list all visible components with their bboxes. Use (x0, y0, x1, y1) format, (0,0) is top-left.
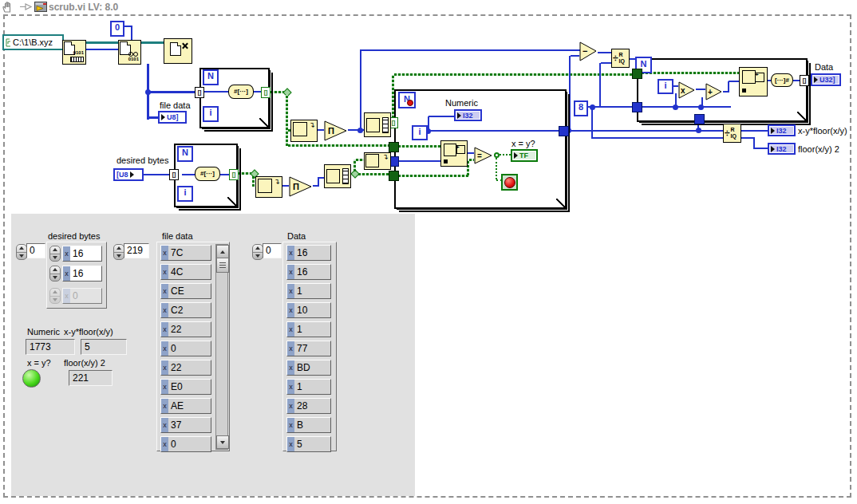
x-eq-y-label: x = y? (511, 139, 535, 148)
floor2-terminal[interactable]: I32 (768, 143, 796, 155)
tunnel-filled[interactable] (389, 171, 399, 181)
loop-iteration-terminal[interactable]: i (177, 186, 193, 202)
loop-count-terminal[interactable]: N (177, 146, 193, 162)
numeric-element[interactable]: x 16 (62, 266, 102, 282)
desired-bytes-index-stepper[interactable] (16, 244, 27, 260)
pi-conversion-node[interactable]: Π (289, 176, 313, 197)
file-path-constant[interactable]: C:\1\B.xyz (2, 34, 64, 50)
tunnel[interactable]: [] (800, 75, 809, 86)
eight-constant[interactable]: 8 (574, 100, 588, 116)
numeric-element: x22 (160, 360, 211, 376)
radix-chip[interactable]: x (161, 360, 168, 375)
array-reshape-node[interactable]: ↴ (290, 120, 318, 142)
data-index-stepper[interactable] (252, 244, 263, 260)
radix-chip[interactable]: x (287, 284, 294, 298)
array-reshape-node[interactable]: ↴ (255, 176, 282, 198)
tunnel-filled[interactable] (632, 69, 642, 79)
array-reshape-node[interactable]: ↴ (364, 152, 391, 170)
radix-chip[interactable]: x (287, 265, 294, 279)
file-data-index-stepper[interactable] (113, 244, 124, 260)
radix-chip[interactable]: x (287, 341, 294, 356)
value-stepper[interactable] (49, 246, 61, 262)
radix-chip[interactable]: x (161, 418, 168, 432)
radix-chip[interactable]: x (161, 265, 168, 279)
scroll-down-button[interactable] (216, 435, 229, 449)
scroll-thumb[interactable] (216, 258, 229, 273)
radix-chip[interactable]: x (287, 418, 294, 432)
quotient-remainder-node[interactable]: ÷ RIQ (611, 49, 630, 68)
array-size-node[interactable]: #[···] (195, 167, 220, 181)
desired-bytes-terminal[interactable]: [U8 (113, 168, 144, 181)
radix-chip[interactable]: x (63, 266, 70, 281)
radix-chip[interactable]: x (161, 341, 168, 356)
radix-chip[interactable]: x (161, 303, 168, 317)
loop-iteration-terminal[interactable]: i (203, 106, 219, 122)
pan-hand-icon[interactable] (2, 1, 16, 13)
numeric-terminal[interactable]: I32 (454, 109, 482, 121)
radix-chip[interactable]: x (161, 284, 168, 298)
close-file-node[interactable] (164, 38, 192, 64)
tunnel-filled[interactable] (632, 102, 642, 112)
loop-condition-terminal[interactable] (501, 174, 518, 191)
tunnel[interactable]: [] (261, 87, 271, 98)
radix-chip[interactable]: x (161, 322, 168, 337)
zero-constant[interactable]: 0 (110, 21, 124, 37)
radix-chip[interactable]: x (161, 437, 168, 451)
radix-chip[interactable]: x (287, 380, 294, 394)
array-subset-node[interactable] (324, 164, 351, 188)
desired-bytes-index-field[interactable]: 0 (26, 243, 45, 258)
tunnel-filled[interactable] (694, 114, 705, 124)
radix-chip[interactable]: x (287, 246, 294, 260)
x-eq-y-terminal[interactable]: TF (511, 149, 538, 162)
loop-count-terminal[interactable]: N (203, 69, 219, 85)
numeric-element[interactable]: x 16 (62, 246, 102, 262)
file-data-terminal[interactable]: U8] (158, 111, 187, 124)
radix-chip[interactable]: x (287, 303, 294, 317)
numeric-element: x77 (286, 341, 331, 356)
conditional-count-terminal[interactable]: N (398, 92, 416, 108)
xy-floor-terminal[interactable]: I32 (768, 124, 796, 136)
read-file-node[interactable]: 0101 (118, 40, 141, 65)
data-terminal[interactable]: U32] (811, 73, 841, 86)
equal-node[interactable]: = (474, 147, 493, 164)
data-index-field[interactable]: 0 (263, 243, 282, 258)
array-size-node[interactable]: #[···] (228, 85, 254, 99)
open-file-node[interactable]: 0101 (62, 40, 86, 65)
pi-conversion-node[interactable]: Π (324, 120, 348, 141)
array-grid-icon (444, 144, 456, 156)
radix-chip[interactable]: x (287, 322, 294, 337)
scroll-up-button[interactable] (216, 245, 229, 258)
radix-chip[interactable]: x (161, 399, 168, 413)
loop-corner (259, 118, 268, 127)
add-node[interactable]: + (705, 83, 723, 100)
array-subset-node[interactable] (364, 112, 391, 137)
quotient-remainder-node[interactable]: ÷ RIQ (723, 124, 741, 143)
tunnel-filled[interactable] (559, 126, 569, 136)
tunnel[interactable]: [] (195, 87, 204, 98)
loop-iteration-terminal[interactable]: i (412, 125, 428, 140)
loop-iteration-terminal[interactable]: i (658, 79, 673, 94)
search-array-node[interactable]: + (440, 140, 468, 167)
radix-chip[interactable]: x (63, 246, 70, 261)
tunnel-filled[interactable] (389, 142, 399, 152)
radix-chip[interactable]: x (287, 399, 294, 413)
tunnel[interactable]: [] (229, 169, 239, 180)
file-data-scrollbar[interactable] (215, 244, 228, 450)
tunnel[interactable]: [] (169, 169, 179, 180)
radix-chip[interactable]: x (161, 380, 168, 394)
radix-chip[interactable]: x (287, 437, 294, 451)
array-wire (353, 159, 356, 171)
multiply-node[interactable]: x (678, 81, 696, 99)
subtract-node[interactable]: − (579, 41, 598, 61)
value-stepper[interactable] (49, 266, 61, 282)
numeric-element: xBD (286, 360, 331, 376)
wire-segment (753, 148, 768, 149)
build-array-node[interactable]: [···]# (771, 73, 793, 87)
vi-icon[interactable] (34, 2, 47, 12)
svg-text:Π: Π (293, 182, 299, 191)
index-array-node[interactable]: + (739, 67, 768, 96)
radix-chip[interactable]: x (161, 246, 168, 260)
radix-chip[interactable]: x (287, 360, 294, 375)
file-data-index-field[interactable]: 219 (124, 243, 149, 258)
forward-arrow-icon[interactable] (19, 1, 33, 13)
